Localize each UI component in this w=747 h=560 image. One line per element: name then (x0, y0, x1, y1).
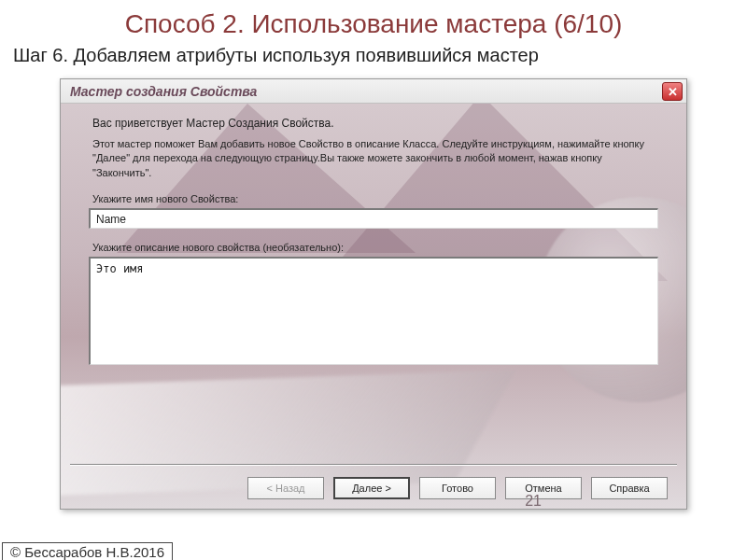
divider (70, 464, 677, 466)
step-text: Шаг 6. Добавляем атрибуты используя появ… (0, 45, 747, 74)
property-name-input[interactable] (89, 208, 658, 229)
intro-heading: Вас приветствует Мастер Создания Свойств… (89, 117, 658, 130)
dialog-content: Вас приветствует Мастер Создания Свойств… (61, 104, 686, 509)
dialog-title: Мастер создания Свойства (61, 84, 257, 99)
button-row: < Назад Далее > Готово Отмена Справка (61, 477, 686, 499)
next-button[interactable]: Далее > (333, 477, 410, 499)
description-label: Укажите описание нового свойства (необяз… (89, 242, 658, 253)
slide-title: Способ 2. Использование мастера (6/10) (0, 0, 747, 45)
close-button[interactable]: ✕ (662, 82, 683, 101)
name-label: Укажите имя нового Свойства: (89, 193, 658, 204)
property-description-input[interactable] (89, 257, 658, 365)
intro-text: Этот мастер поможет Вам добавить новое С… (89, 137, 658, 180)
titlebar: Мастер создания Свойства ✕ (61, 79, 686, 104)
wizard-dialog: Мастер создания Свойства ✕ Вас приветств… (60, 78, 687, 510)
page-number: 21 (525, 493, 542, 510)
cancel-button[interactable]: Отмена (505, 477, 582, 499)
help-button[interactable]: Справка (591, 477, 668, 499)
copyright: © Бессарабов Н.В.2016 (2, 542, 173, 560)
back-button[interactable]: < Назад (247, 477, 324, 499)
close-icon: ✕ (668, 86, 678, 98)
finish-button[interactable]: Готово (419, 477, 496, 499)
